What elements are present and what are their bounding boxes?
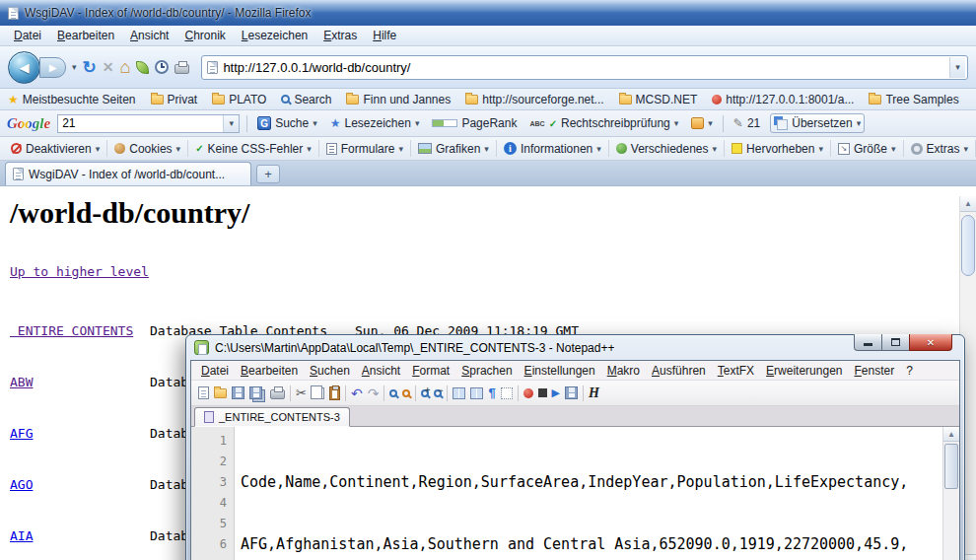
play-macro-icon[interactable] (552, 387, 560, 398)
find-icon[interactable] (389, 389, 397, 397)
bookmark-sourceforge[interactable]: http://sourceforge.net... (465, 93, 603, 106)
history-clock-icon[interactable] (155, 60, 169, 74)
google-search-input[interactable] (58, 116, 223, 130)
np-menu-ansicht[interactable]: Ansicht (356, 362, 406, 380)
code-text[interactable]: Code,Name,Continent,Region,SurfaceArea,I… (235, 427, 942, 560)
webdev-css[interactable]: Keine CSS-Fehler (188, 140, 319, 157)
sage-leaf-icon[interactable] (136, 61, 149, 74)
bookmark-finn-und-jannes[interactable]: Finn und Jannes (346, 93, 451, 106)
sync-horizontal-icon[interactable] (470, 387, 483, 399)
open-file-icon[interactable] (214, 388, 227, 398)
np-menu-sprachen[interactable]: Sprachen (455, 362, 518, 380)
home-button[interactable] (120, 58, 131, 76)
bookmark-privat[interactable]: Privat (151, 93, 198, 106)
webdev-groesse[interactable]: Größe (831, 140, 904, 157)
webdev-extras[interactable]: Extras (904, 140, 976, 157)
zoom-in-icon[interactable]: + (421, 389, 429, 397)
up-to-higher-level-link[interactable]: Up to higher level (10, 264, 149, 279)
forward-button[interactable] (39, 57, 66, 78)
np-menu-makro[interactable]: Makro (601, 362, 646, 380)
listing-link[interactable]: ENTIRE CONTENTS (10, 323, 150, 338)
scroll-up-button[interactable] (960, 196, 976, 212)
np-menu-suchen[interactable]: Suchen (304, 362, 356, 380)
np-menu-hilfe[interactable]: ? (900, 362, 919, 380)
save-all-icon[interactable] (249, 386, 262, 399)
undo-icon[interactable] (351, 386, 363, 400)
paste-icon[interactable] (329, 386, 340, 400)
scroll-thumb[interactable] (944, 444, 958, 489)
indent-guide-icon[interactable] (501, 387, 513, 399)
spellcheck-button[interactable]: Rechtschreibprüfung (526, 114, 681, 132)
webdev-grafiken[interactable]: Grafiken (411, 140, 497, 157)
webdev-deaktivieren[interactable]: Deaktivieren (4, 140, 107, 157)
menu-datei[interactable]: Datei (6, 27, 49, 44)
fill-button[interactable] (688, 115, 716, 131)
counter-button[interactable]: 21 (731, 114, 763, 132)
stop-macro-icon[interactable] (538, 388, 547, 397)
sync-vertical-icon[interactable] (453, 387, 465, 399)
save-icon[interactable] (232, 386, 244, 399)
np-menu-bearbeiten[interactable]: Bearbeiten (235, 362, 304, 380)
np-menu-einstellungen[interactable]: Einstellungen (519, 362, 601, 380)
listing-link[interactable]: AFG (10, 426, 150, 441)
google-bookmarks-button[interactable]: Lesezeichen (327, 114, 423, 132)
new-tab-button[interactable]: + (256, 165, 280, 183)
bookmark-mcsd[interactable]: MCSD.NET (619, 93, 698, 106)
maximize-button[interactable] (881, 334, 910, 351)
bookmark-meistbesuchte[interactable]: Meistbesuchte Seiten (8, 93, 136, 106)
textfx-html-icon[interactable] (589, 386, 599, 400)
pagerank-widget[interactable]: PageRank (429, 114, 520, 132)
copy-icon[interactable] (314, 387, 324, 399)
translate-button[interactable]: Übersetzen (770, 113, 865, 133)
bookmark-search[interactable]: Search (281, 93, 331, 106)
np-menu-ausfuehren[interactable]: Ausführen (646, 362, 712, 380)
print-button[interactable] (174, 64, 189, 74)
google-search-button[interactable]: Suche (254, 114, 320, 132)
webdev-cookies[interactable]: Cookies (107, 140, 188, 157)
menu-bearbeiten[interactable]: Bearbeiten (49, 27, 122, 44)
reload-button[interactable] (83, 59, 97, 76)
stop-button[interactable] (103, 59, 114, 75)
bookmark-plato[interactable]: PLATO (212, 93, 266, 106)
back-button[interactable] (8, 51, 40, 84)
webdev-formulare[interactable]: Formulare (319, 140, 411, 157)
address-input[interactable] (223, 60, 944, 75)
zoom-out-icon[interactable]: − (434, 389, 442, 397)
listing-link[interactable]: ABW (10, 375, 150, 389)
minimize-button[interactable] (854, 334, 882, 351)
google-search-dropdown[interactable] (223, 115, 239, 132)
record-macro-icon[interactable] (523, 388, 533, 398)
bookmark-tree-samples[interactable]: Tree Samples (869, 93, 958, 106)
menu-extras[interactable]: Extras (315, 27, 365, 44)
new-file-icon[interactable] (198, 386, 209, 399)
scroll-thumb[interactable] (961, 215, 975, 276)
menu-ansicht[interactable]: Ansicht (122, 27, 176, 44)
menu-chronik[interactable]: Chronik (176, 27, 233, 44)
print-icon[interactable] (270, 389, 285, 399)
titlebar[interactable]: WsgiDAV - Index of /world-db/country/ - … (0, 0, 976, 26)
np-menu-erweiterungen[interactable]: Erweiterungen (760, 362, 848, 380)
np-menu-format[interactable]: Format (406, 362, 455, 380)
scroll-up-button[interactable] (943, 427, 959, 442)
show-all-chars-icon[interactable] (488, 386, 495, 399)
webdev-hervorheben[interactable]: Hervorheben (725, 140, 831, 157)
tab-wsgidav[interactable]: WsgiDAV - Index of /world-db/count... (5, 162, 251, 185)
menu-lesezeichen[interactable]: Lesezeichen (234, 27, 315, 44)
cut-icon[interactable] (296, 386, 307, 399)
editor-scrollbar[interactable] (942, 427, 959, 560)
save-macro-icon[interactable] (565, 386, 578, 399)
history-dropdown-icon[interactable] (72, 62, 77, 72)
editor-area[interactable]: 1 2 3 4 5 6 Code,Name,Continent,Region,S… (191, 427, 959, 560)
listing-link[interactable]: AIA (10, 528, 150, 543)
bookmark-localhost-8001[interactable]: http://127.0.0.1:8001/a... (712, 93, 854, 106)
listing-link[interactable]: AGO (10, 477, 150, 492)
notepad-titlebar[interactable]: C:\Users\Martin\AppData\Local\Temp\_ENTI… (190, 335, 960, 360)
np-menu-textfx[interactable]: TextFX (712, 362, 760, 380)
redo-icon[interactable] (368, 386, 380, 400)
menu-hilfe[interactable]: Hilfe (365, 27, 404, 44)
document-tab[interactable]: _ENTIRE_CONTENTS-3 (194, 407, 350, 427)
webdev-verschiedenes[interactable]: Verschiedenes (609, 140, 725, 157)
np-menu-fenster[interactable]: Fenster (848, 362, 900, 380)
close-button[interactable] (909, 334, 952, 351)
replace-icon[interactable] (402, 389, 410, 397)
